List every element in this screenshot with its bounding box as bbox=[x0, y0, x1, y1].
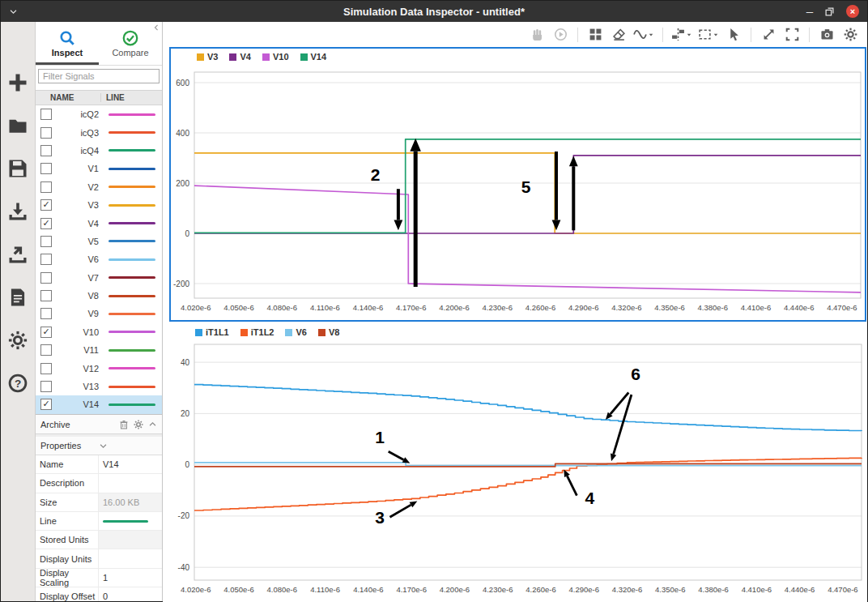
property-value[interactable] bbox=[99, 512, 162, 530]
maximize-button[interactable] bbox=[824, 6, 835, 17]
filter-signals-input[interactable] bbox=[38, 69, 160, 83]
signal-checkbox[interactable]: ✓ bbox=[40, 327, 52, 338]
property-value[interactable] bbox=[99, 474, 162, 492]
signal-row-V7[interactable]: V7 bbox=[36, 269, 162, 287]
property-value[interactable] bbox=[99, 549, 162, 567]
signal-row-V11[interactable]: V11 bbox=[36, 341, 162, 359]
zoom-mode-button[interactable] bbox=[698, 25, 719, 45]
new-button[interactable] bbox=[5, 72, 31, 93]
x-tick-label: 4.320e-6 bbox=[612, 585, 643, 594]
signal-checkbox[interactable] bbox=[40, 290, 52, 301]
signal-checkbox[interactable] bbox=[40, 163, 52, 174]
subplot-2[interactable]: iT1L1iT1L2V6V8 -40-20020404.020e-64.050e… bbox=[163, 322, 867, 602]
subplot-2-plot[interactable]: -40-20020404.020e-64.050e-64.080e-64.110… bbox=[163, 340, 867, 602]
trash-icon[interactable] bbox=[119, 420, 129, 429]
signal-checkbox[interactable] bbox=[40, 344, 52, 356]
signal-checkbox[interactable] bbox=[40, 127, 52, 139]
signal-row-V2[interactable]: V2 bbox=[36, 178, 162, 196]
collapse-panel-button[interactable] bbox=[152, 23, 160, 32]
series-V10[interactable] bbox=[194, 186, 861, 292]
y-tick-label: 400 bbox=[176, 129, 189, 138]
signal-row-icQ2[interactable]: icQ2 bbox=[36, 105, 162, 123]
pointer-icon bbox=[727, 28, 741, 41]
signal-checkbox[interactable] bbox=[40, 254, 52, 265]
minimize-button[interactable]: – bbox=[806, 7, 813, 15]
y-tick-label: -40 bbox=[178, 563, 190, 572]
signal-name: V3 bbox=[52, 200, 105, 210]
chevron-up-icon bbox=[148, 420, 157, 429]
subplot-1[interactable]: V3V4V10V14 -20002004006004.020e-64.050e-… bbox=[169, 47, 866, 322]
signal-row-icQ4[interactable]: icQ4 bbox=[36, 142, 162, 160]
signal-row-V12[interactable]: V12 bbox=[36, 359, 162, 377]
signal-checkbox[interactable] bbox=[40, 363, 52, 374]
signal-row-V1[interactable]: V1 bbox=[36, 160, 162, 177]
x-tick-label: 4.110e-6 bbox=[310, 303, 340, 312]
property-row-stored-units: Stored Units bbox=[36, 531, 162, 549]
signal-line-sample bbox=[105, 204, 162, 207]
x-tick-label: 4.020e-6 bbox=[181, 303, 211, 312]
signal-row-V8[interactable]: V8 bbox=[36, 287, 162, 305]
import-button[interactable] bbox=[5, 201, 31, 222]
signal-row-V10[interactable]: ✓V10 bbox=[36, 323, 162, 341]
property-value[interactable]: 1 bbox=[99, 569, 162, 587]
signal-row-V3[interactable]: ✓V3 bbox=[36, 196, 162, 214]
signal-checkbox[interactable]: ✓ bbox=[40, 199, 52, 211]
subplot-1-plot[interactable]: -20002004006004.020e-64.050e-64.080e-64.… bbox=[171, 65, 865, 320]
data-cursors-button[interactable] bbox=[671, 25, 692, 45]
camera-icon bbox=[820, 28, 834, 41]
line-color-sample bbox=[103, 520, 148, 523]
tab-inspect[interactable]: Inspect bbox=[36, 22, 99, 65]
properties-header[interactable]: Properties bbox=[36, 437, 162, 455]
signal-checkbox[interactable] bbox=[40, 308, 52, 319]
signal-checkbox[interactable] bbox=[40, 181, 52, 193]
property-value[interactable] bbox=[99, 531, 162, 549]
replay-button[interactable] bbox=[551, 25, 569, 45]
save-button[interactable] bbox=[5, 158, 31, 179]
signal-checkbox[interactable] bbox=[40, 145, 52, 156]
export-button[interactable] bbox=[5, 244, 31, 265]
signal-display-button[interactable] bbox=[633, 25, 654, 45]
chevron-up-icon[interactable] bbox=[148, 420, 157, 429]
pointer-mode-button[interactable] bbox=[725, 25, 742, 45]
signal-row-icQ3[interactable]: icQ3 bbox=[36, 123, 162, 141]
plot-settings-button[interactable] bbox=[841, 25, 859, 45]
property-label: Line bbox=[36, 512, 99, 530]
signal-checkbox[interactable] bbox=[40, 381, 52, 392]
preferences-button[interactable] bbox=[5, 330, 31, 351]
signal-checkbox[interactable]: ✓ bbox=[40, 218, 52, 229]
pan-button[interactable] bbox=[528, 25, 546, 45]
signal-line-sample bbox=[105, 222, 162, 224]
property-value[interactable]: 0 bbox=[99, 587, 162, 601]
signal-row-V14[interactable]: ✓V14 bbox=[36, 395, 162, 413]
signal-row-V9[interactable]: V9 bbox=[36, 305, 162, 322]
signal-checkbox[interactable] bbox=[40, 272, 52, 284]
maximize-plot-button[interactable] bbox=[783, 25, 801, 45]
fit-to-view-button[interactable] bbox=[760, 25, 777, 45]
signal-row-V6[interactable]: V6 bbox=[36, 250, 162, 268]
signal-row-V13[interactable]: V13 bbox=[36, 378, 162, 395]
x-tick-label: 4.290e-6 bbox=[569, 585, 600, 594]
archive-bar[interactable]: Archive bbox=[36, 414, 162, 434]
create-report-button[interactable] bbox=[5, 287, 31, 308]
close-button[interactable]: × bbox=[846, 5, 859, 18]
legend-swatch bbox=[195, 329, 202, 336]
signal-checkbox[interactable]: ✓ bbox=[40, 399, 52, 410]
signal-checkbox[interactable] bbox=[40, 236, 52, 247]
x-tick-label: 4.380e-6 bbox=[698, 303, 729, 312]
help-button[interactable]: ? bbox=[5, 373, 31, 394]
clear-subplots-button[interactable] bbox=[610, 25, 628, 45]
subplot-layout-button[interactable] bbox=[586, 25, 604, 45]
open-button[interactable] bbox=[5, 115, 31, 136]
property-value[interactable]: V14 bbox=[99, 455, 162, 473]
signal-checkbox[interactable] bbox=[40, 109, 52, 120]
snapshot-button[interactable] bbox=[818, 25, 836, 45]
toolbar-divider bbox=[809, 28, 810, 42]
signal-row-V4[interactable]: ✓V4 bbox=[36, 214, 162, 232]
signal-row-V5[interactable]: V5 bbox=[36, 233, 162, 250]
property-value[interactable]: 16.00 KB bbox=[99, 493, 162, 511]
series-iT1L1[interactable] bbox=[194, 385, 862, 431]
gear-icon[interactable] bbox=[134, 420, 143, 429]
zoom-box-icon bbox=[698, 28, 712, 41]
signal-list: icQ2icQ3icQ4V1V2✓V3✓V4V5V6V7V8V9✓V10V11V… bbox=[36, 105, 162, 414]
properties-label: Properties bbox=[40, 441, 99, 450]
